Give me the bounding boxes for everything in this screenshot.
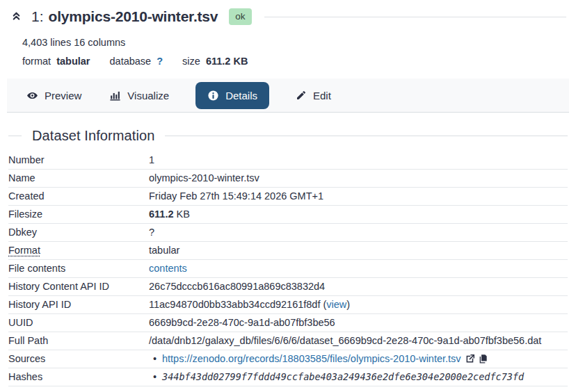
section-title: Dataset Information [32,128,154,144]
row-label: History API ID [8,296,149,314]
row-value: contents [149,260,568,278]
tab-preview[interactable]: Preview [25,83,83,108]
contents-link[interactable]: contents [149,263,187,274]
database-attr: database ? [110,56,163,67]
collapse-button[interactable] [8,10,24,23]
tab-label: Details [225,90,257,101]
hash-value: 344bf43dd02799f7fddd49ccfabe403a249436e2… [162,371,524,382]
table-row-hashes: Hashes 344bf43dd02799f7fddd49ccfabe403a2… [8,368,568,386]
status-badge: ok [229,8,251,25]
page-title: 1: olympics-2010-winter.tsv [31,8,218,25]
source-url-link[interactable]: https://zenodo.org/records/18803585/file… [162,353,461,364]
row-value: /data/dnb12/galaxy_db/files/6/6/6/datase… [149,332,568,350]
row-value: olympics-2010-winter.tsv [149,170,568,188]
dataset-name: olympics-2010-winter.tsv [49,8,218,25]
row-value: 1 [149,152,568,170]
row-value: Friday Feb 27th 15:49:14 2026 GMT+1 [149,188,568,206]
table-row-number: Number 1 [8,152,568,170]
table-row-dbkey: Dbkey ? [8,224,568,242]
row-value: tabular [149,242,568,260]
dataset-attributes: format tabular database ? size 611.2 KB [22,56,568,67]
pencil-icon [296,90,307,101]
row-label: History Content API ID [8,278,149,296]
row-label: Sources [8,350,149,368]
angles-up-icon [11,10,22,23]
table-row-created: Created Friday Feb 27th 15:49:14 2026 GM… [8,188,568,206]
table-row-file-contents: File contents contents [8,260,568,278]
table-row-history-content-api-id: History Content API ID 26c75dcccb616ac80… [8,278,568,296]
copy-icon[interactable] [479,354,488,364]
tab-label: Preview [45,90,81,101]
bar-chart-icon [109,90,121,101]
heading-rule-left [8,136,22,136]
dataset-details-table: Number 1 Name olympics-2010-winter.tsv C… [8,152,568,386]
row-value: 344bf43dd02799f7fddd49ccfabe403a249436e2… [149,368,568,386]
table-row-filesize: Filesize 611.2 KB [8,206,568,224]
dataset-information-section: Dataset Information Number 1 Name olympi… [0,128,576,386]
lines-columns-summary: 4,403 lines 16 columns [22,37,568,48]
row-label: Hashes [8,368,149,386]
size-attr: size 611.2 KB [182,56,248,67]
table-row-name: Name olympics-2010-winter.tsv [8,170,568,188]
tab-edit[interactable]: Edit [294,83,333,107]
row-label: Number [8,152,149,170]
table-row-uuid: UUID 6669b9cd-2e28-470c-9a1d-ab07fbf3be5… [8,314,568,332]
row-label: Filesize [8,206,149,224]
row-label: UUID [8,314,149,332]
row-value: 6669b9cd-2e28-470c-9a1d-ab07fbf3be56 [149,314,568,332]
table-row-history-api-id: History API ID 11ac94870d0bb33abb34ccd92… [8,296,568,314]
row-label: Name [8,170,149,188]
table-row-format: Format tabular [8,242,568,260]
row-value: https://zenodo.org/records/18803585/file… [149,350,568,368]
external-link-icon[interactable] [465,354,475,364]
row-value: ? [149,224,568,242]
hash-item: 344bf43dd02799f7fddd49ccfabe403a249436e2… [149,370,566,384]
tab-label: Visualize [127,90,169,101]
title-row: 1: olympics-2010-winter.tsv ok [8,6,568,28]
format-attr: format tabular [22,56,90,67]
dataset-hid: 1: [31,8,44,25]
row-label: File contents [8,260,149,278]
row-label: Full Path [8,332,149,350]
database-link[interactable]: ? [157,56,163,67]
tab-label: Edit [313,90,331,101]
title-divider [264,17,566,17]
row-value: 26c75dcccb616ac80991a869c83832d4 [149,278,568,296]
dataset-header: 1: olympics-2010-winter.tsv ok 4,403 lin… [0,0,576,67]
row-label: Format [8,242,149,260]
table-row-sources: Sources https://zenodo.org/records/18803… [8,350,568,368]
source-item: https://zenodo.org/records/18803585/file… [149,352,566,366]
dataset-tab-bar: Preview Visualize Details [7,79,569,113]
tab-visualize[interactable]: Visualize [108,83,170,108]
view-history-link[interactable]: view [326,299,346,310]
heading-rule-right [165,136,568,136]
table-row-full-path: Full Path /data/dnb12/galaxy_db/files/6/… [8,332,568,350]
eye-icon [26,90,38,101]
info-circle-icon [207,90,219,101]
section-heading: Dataset Information [8,128,568,144]
format-tooltip-label[interactable]: Format [8,245,40,256]
row-label: Created [8,188,149,206]
tab-details[interactable]: Details [195,82,269,109]
row-value: 611.2 KB [149,206,568,224]
row-label: Dbkey [8,224,149,242]
row-value: 11ac94870d0bb33abb34ccd92161f8df (view) [149,296,568,314]
